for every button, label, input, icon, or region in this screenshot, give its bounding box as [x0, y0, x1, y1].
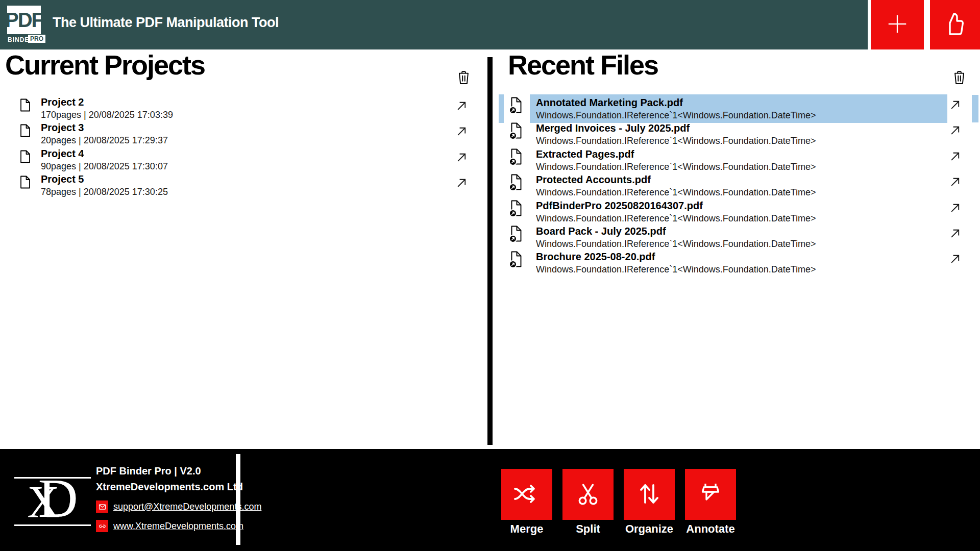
file-name: Merged Invoices - July 2025.pdf [536, 122, 947, 135]
file-meta: Windows.Foundation.IReference`1<Windows.… [536, 161, 947, 173]
open-project-button[interactable] [455, 99, 469, 114]
file-meta: Windows.Foundation.IReference`1<Windows.… [536, 263, 947, 276]
recent-file-item[interactable]: PdfBinderPro 20250820164307.pdf Windows.… [490, 198, 980, 223]
open-arrow-icon [948, 106, 962, 113]
file-text: Board Pack - July 2025.pdf Windows.Found… [530, 223, 947, 252]
split-button[interactable] [562, 469, 614, 520]
recent-file-item[interactable]: Protected Accounts.pdf Windows.Foundatio… [490, 172, 980, 197]
action-buttons: Merge Split [501, 469, 736, 536]
file-text: Brochure 2025-08-20.pdf Windows.Foundati… [530, 248, 947, 277]
new-project-button[interactable] [871, 0, 924, 49]
file-name: Annotated Marketing Pack.pdf [536, 96, 947, 109]
open-arrow-icon [948, 260, 962, 267]
organize-button[interactable] [624, 469, 675, 520]
open-project-button[interactable] [455, 176, 469, 191]
like-button[interactable] [930, 0, 980, 49]
annotate-button[interactable] [685, 469, 736, 520]
project-meta: 78pages | 20/08/2025 17:30:25 [41, 186, 168, 198]
file-text: Extracted Pages.pdf Windows.Foundation.I… [530, 146, 947, 174]
xtreme-developments-logo: XD [14, 477, 91, 526]
project-name: Project 2 [41, 96, 173, 109]
document-share-icon [509, 251, 523, 270]
split-label: Split [562, 522, 614, 536]
recent-file-item[interactable]: Board Pack - July 2025.pdf Windows.Found… [490, 223, 980, 249]
file-name: Protected Accounts.pdf [536, 173, 947, 186]
merge-action: Merge [501, 469, 552, 536]
document-icon [19, 123, 31, 140]
project-meta: 20pages | 20/08/2025 17:29:37 [41, 134, 168, 146]
organize-icon [637, 481, 662, 508]
project-list-item[interactable]: Project 4 90pages | 20/08/2025 17:30:07 [0, 147, 487, 173]
clear-projects-button[interactable] [456, 69, 471, 87]
current-projects-title: Current Projects [5, 50, 205, 80]
project-text: Project 3 20pages | 20/08/2025 17:29:37 [41, 121, 168, 146]
recent-file-item[interactable]: Annotated Marketing Pack.pdf Windows.Fou… [490, 95, 980, 120]
open-project-button[interactable] [455, 151, 469, 166]
open-file-button[interactable] [948, 98, 962, 113]
open-arrow-icon [455, 107, 469, 114]
open-file-button[interactable] [948, 123, 962, 139]
file-name: Board Pack - July 2025.pdf [536, 225, 947, 238]
trash-icon [457, 79, 471, 87]
project-list-item[interactable]: Project 5 78pages | 20/08/2025 17:30:25 [0, 173, 487, 198]
document-icon [19, 149, 31, 166]
organize-label: Organize [624, 522, 675, 536]
organize-action: Organize [624, 469, 675, 536]
project-name: Project 3 [41, 121, 168, 134]
document-share-icon [509, 225, 523, 245]
recent-file-item[interactable]: Brochure 2025-08-20.pdf Windows.Foundati… [490, 249, 980, 274]
link-icon [96, 520, 108, 532]
xd-monogram: XD [14, 473, 91, 527]
open-arrow-icon [948, 183, 962, 190]
project-list-item[interactable]: Project 3 20pages | 20/08/2025 17:29:37 [0, 121, 487, 147]
clear-recent-files-button[interactable] [951, 69, 967, 87]
project-text: Project 5 78pages | 20/08/2025 17:30:25 [41, 173, 168, 198]
annotate-icon [697, 481, 724, 509]
merge-label: Merge [501, 522, 552, 536]
trash-icon [952, 79, 966, 87]
project-list-item[interactable]: Project 2 170pages | 20/08/2025 17:03:39 [0, 96, 487, 121]
open-arrow-icon [455, 132, 469, 140]
open-arrow-icon [455, 158, 469, 166]
file-meta: Windows.Foundation.IReference`1<Windows.… [536, 109, 947, 121]
project-meta: 90pages | 20/08/2025 17:30:07 [41, 160, 168, 172]
open-file-button[interactable] [948, 227, 962, 242]
open-file-button[interactable] [948, 149, 962, 165]
open-file-button[interactable] [948, 201, 962, 216]
file-meta: Windows.Foundation.IReference`1<Windows.… [536, 135, 947, 147]
website-link[interactable]: www.XtremeDevelopments.com [113, 521, 243, 532]
scrollbar-thumb[interactable] [972, 95, 978, 122]
recent-file-list: Annotated Marketing Pack.pdf Windows.Fou… [490, 95, 980, 275]
footer-divider [236, 454, 240, 545]
recent-file-item[interactable]: Extracted Pages.pdf Windows.Foundation.I… [490, 146, 980, 172]
recent-file-item[interactable]: Merged Invoices - July 2025.pdf Windows.… [490, 120, 980, 146]
open-arrow-icon [948, 131, 962, 139]
open-arrow-icon [455, 184, 469, 191]
logo-rule-bottom [14, 524, 91, 526]
project-meta: 170pages | 20/08/2025 17:03:39 [41, 109, 173, 121]
open-project-button[interactable] [455, 124, 469, 140]
open-arrow-icon [948, 209, 962, 216]
open-file-button[interactable] [948, 252, 962, 267]
project-text: Project 4 90pages | 20/08/2025 17:30:07 [41, 147, 168, 172]
logo-pro-text: PRO [28, 35, 45, 43]
merge-button[interactable] [501, 469, 552, 520]
project-name: Project 4 [41, 147, 168, 160]
file-meta: Windows.Foundation.IReference`1<Windows.… [536, 186, 947, 198]
open-file-button[interactable] [948, 175, 962, 190]
project-list: Project 2 170pages | 20/08/2025 17:03:39… [0, 96, 487, 199]
document-icon [19, 175, 31, 191]
footer-bar: XD PDF Binder Pro | V2.0 XtremeDevelopme… [0, 449, 980, 551]
file-text: PdfBinderPro 20250820164307.pdf Windows.… [530, 197, 947, 226]
email-icon [96, 500, 108, 513]
file-meta: Windows.Foundation.IReference`1<Windows.… [536, 212, 947, 224]
header-brand-area: PDF BINDER PRO The Ultimate PDF Manipula… [0, 0, 868, 49]
file-name: Extracted Pages.pdf [536, 148, 947, 161]
pdf-binder-pro-window: PDF BINDER PRO The Ultimate PDF Manipula… [0, 0, 980, 551]
document-share-icon [509, 173, 523, 193]
project-name: Project 5 [41, 173, 168, 186]
annotate-action: Annotate [685, 469, 736, 536]
document-share-icon [509, 122, 523, 142]
logo-letter-d: D [38, 468, 78, 529]
logo-pdf-text: PDF [5, 10, 43, 30]
